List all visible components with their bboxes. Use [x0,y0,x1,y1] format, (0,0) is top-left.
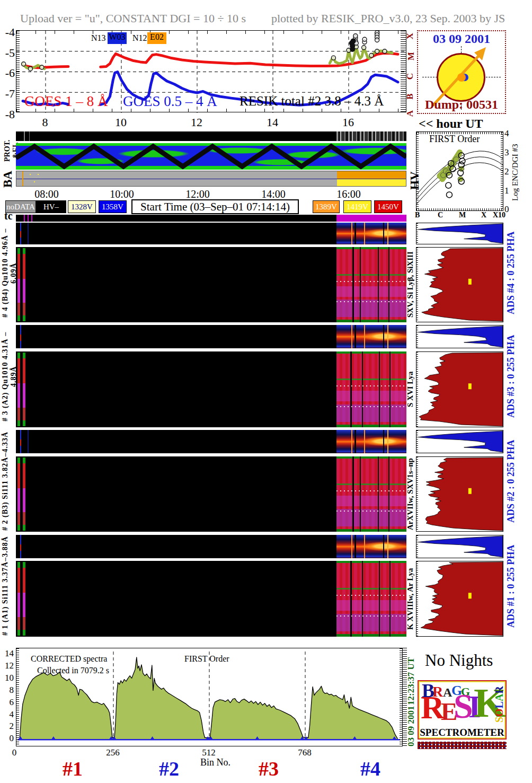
legend-1328v: 1328V [68,200,96,213]
spectrogram-ch3-main [16,351,406,427]
goes-label-red: GOES 1 – 8 Å [24,93,108,110]
pha-ch3-ads-label: ADS #3 : 0 255 PHA [506,325,519,428]
tick-label: -4 [1,25,15,39]
legend-1419v: 1419V [343,200,371,213]
prot-el-gray-zone [336,131,406,141]
logo-credits-lines [418,742,507,749]
sun-position-box: 03 09 2001 Dump: 00531 [417,30,506,114]
goes-right-minor-ticks [401,31,406,113]
tick-label: C [438,211,443,219]
goes-left-minor-ticks [16,31,20,113]
hour-ut-label: << hour UT [419,117,483,131]
tick-label: 3 [504,147,509,158]
pha-ch4-blue-panel [416,223,503,244]
tick-label: 12 [186,116,207,129]
ba-axis-label: BA [1,170,15,188]
segment-2-label: #2 [159,757,179,780]
tick-label: 12:00 [182,188,214,200]
logo-solar-word: SOLAR [494,683,504,726]
tc-magenta-zone [336,215,406,222]
goes-flare2-prefix: N12 [132,33,147,43]
plot-time-stamp: 12:23:37 UT [406,648,416,705]
tick-label: 4 [2,709,14,720]
tick-label: 10:00 [106,188,138,200]
first-order-ylabel: Log ENC/DGI #3 [511,133,520,212]
no-nights-text: No Nights [425,651,493,670]
segment-4-label: #4 [360,757,380,780]
tick-label: 8 [2,685,14,696]
tc-bar [16,215,406,222]
pha-ch3-blue-panel [416,325,503,348]
tick-label: -6 [1,66,15,80]
hv-orange-zone [337,171,406,179]
tick-label: B [415,211,420,219]
pha-ch2-blue-panel [416,430,503,453]
goes-label-resik: RESIK total #2 3.8 – 4.3 Å [240,94,384,109]
channel-2-label: # 2 (B3) Si111 3.82Å–4.33Å [1,430,14,532]
tc-tick-3 [31,215,32,222]
ba-bar-top [16,171,406,179]
tick-label: 10 [110,116,131,129]
goes-top-ticks [16,31,407,34]
start-time-box: Start Time (03–Sep–01 07:14:14) [131,199,299,214]
tick-label: A [405,110,415,117]
channel-4-label: # 4 (B4) Qu1010 4.96Å – 6.09Å [1,223,14,323]
tick-label: B [405,93,415,99]
tick-label: 2 [2,721,14,732]
tick-label: -5 [1,46,15,60]
sun-dump-number: Dump: 00531 [418,98,505,112]
pha-ch3-red-panel [416,351,503,427]
tick-label: 8 [34,116,56,129]
pha-ch2-red-panel [416,456,503,532]
tick-label: -8 [1,108,15,121]
legend-1450v: 1450V [374,200,402,213]
ba-hv-bar [16,171,406,187]
bottom-first-order-text: FIRST Order [184,654,229,664]
ba-dot-2 [34,181,35,182]
tick-label: X [405,33,415,39]
tick-label: M [459,211,466,219]
header-upload-info: Upload ver = "u", CONSTANT DGI = 10 ÷ 10… [20,12,246,25]
tick-label: 12 [2,661,14,671]
hv-yellow-zone [337,179,406,186]
tick-label: 14:00 [258,188,289,200]
segment-3-label: #3 [259,757,279,780]
prot-el-bar [16,131,406,141]
spectrogram-ch2-main [16,456,406,532]
pha-ch1-blue-panel [416,535,503,558]
goes-label-blue: GOES 0.5 – 4 Å [123,93,217,110]
spectrogram-ch3-thin [16,325,406,348]
tc-tick-2 [28,215,29,222]
ba-start-tick [22,171,23,186]
spectrogram-ch4-thin [16,223,406,244]
ba-dot-1 [30,174,31,175]
tick-label: X10 [493,211,506,219]
goes-flare1-prefix: N13 [91,33,106,43]
tick-label: X [481,211,486,219]
ba-dot-3 [38,174,39,175]
tick-label: 6 [2,697,14,708]
plot-date-stamp: 03 09 2001 [406,705,416,746]
tick-label: 16 [338,116,359,129]
tick-label: 4 [504,128,509,139]
spectrogram-ch1-main [16,561,406,637]
pha-ch2-lines-label: ArXVIIw, SXV1s–np [406,456,415,532]
tick-label: 08:00 [31,188,63,200]
legend-hv-off: HV–OFF [36,200,66,213]
attitude-zigzag-icon [16,143,406,170]
bin-no-axis-label: Bin No. [200,757,230,768]
ba-bar-bottom [16,179,406,186]
tc-label: tc [4,210,13,222]
spectrogram-ch4-main [16,247,406,322]
tick-label: 0 [2,733,14,744]
tick-label: 10 [2,673,14,683]
tick-label: -7 [1,87,15,101]
prot-el-streak-2 [29,131,30,141]
tick-label: 14 [2,648,14,659]
prot-el-streak-1 [24,131,25,141]
tick-label: 768 [291,747,318,758]
tick-label: 512 [196,747,222,758]
spectrogram-ch1-thin [16,535,406,558]
resik-logo: B R A G G R E S I K SOLAR SPECTROMETER [418,680,507,740]
pha-ch1-ads-label: ADS #1 : 0 255 PHA [506,535,519,637]
